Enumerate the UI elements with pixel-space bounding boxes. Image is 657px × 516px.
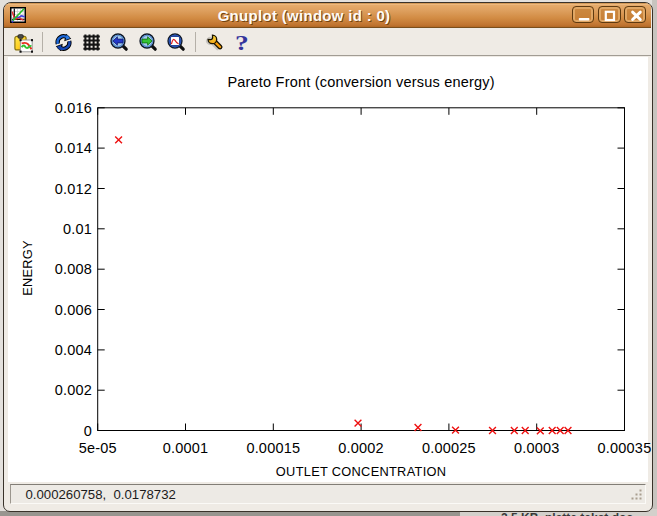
svg-text:0.006: 0.006 bbox=[54, 302, 91, 318]
svg-text:0.016: 0.016 bbox=[54, 100, 91, 116]
svg-text:0.002: 0.002 bbox=[54, 382, 91, 398]
svg-text:0.004: 0.004 bbox=[54, 342, 91, 358]
svg-text:0.014: 0.014 bbox=[54, 140, 91, 156]
svg-text:0.00025: 0.00025 bbox=[421, 440, 475, 456]
svg-text:5e-05: 5e-05 bbox=[78, 440, 116, 456]
svg-text:0.0002: 0.0002 bbox=[338, 440, 384, 456]
svg-text:0.0001: 0.0001 bbox=[162, 440, 208, 456]
svg-text:0: 0 bbox=[83, 423, 91, 439]
svg-text:OUTLET CONCENTRATION: OUTLET CONCENTRATION bbox=[275, 464, 445, 479]
svg-text:0.00035: 0.00035 bbox=[597, 440, 651, 456]
svg-text:?: ? bbox=[235, 32, 249, 54]
svg-text:0.008: 0.008 bbox=[54, 261, 91, 277]
svg-text:0.012: 0.012 bbox=[54, 181, 91, 197]
svg-text:ENERGY: ENERGY bbox=[19, 240, 34, 296]
svg-text:Pareto Front (conversion versu: Pareto Front (conversion versus energy) bbox=[227, 74, 494, 90]
svg-text:0.00015: 0.00015 bbox=[246, 440, 300, 456]
svg-text:0.01: 0.01 bbox=[62, 221, 91, 237]
svg-text:0.0003: 0.0003 bbox=[513, 440, 559, 456]
